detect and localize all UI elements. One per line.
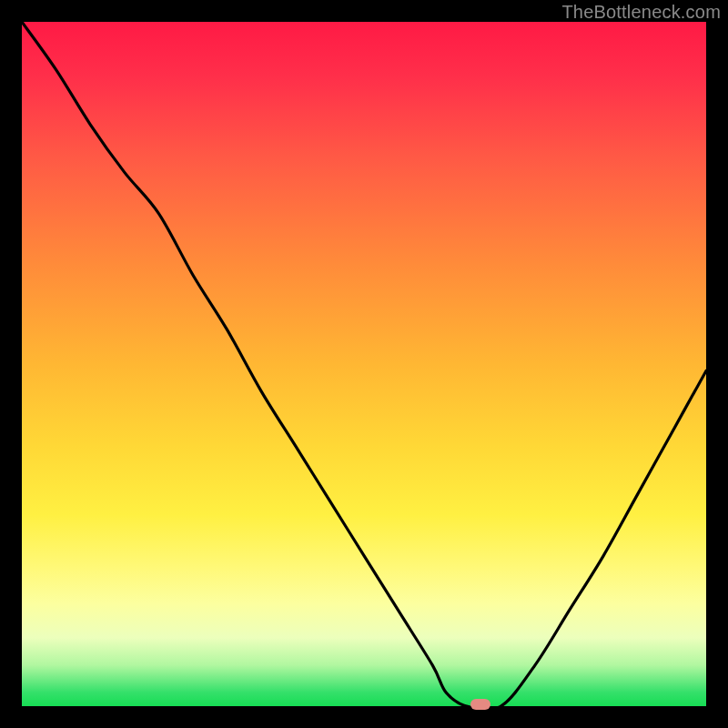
optimum-marker <box>470 699 490 710</box>
plot-area <box>22 22 706 706</box>
bottleneck-curve <box>22 22 706 706</box>
chart-frame: TheBottleneck.com <box>0 0 728 728</box>
watermark-text: TheBottleneck.com <box>561 2 721 23</box>
